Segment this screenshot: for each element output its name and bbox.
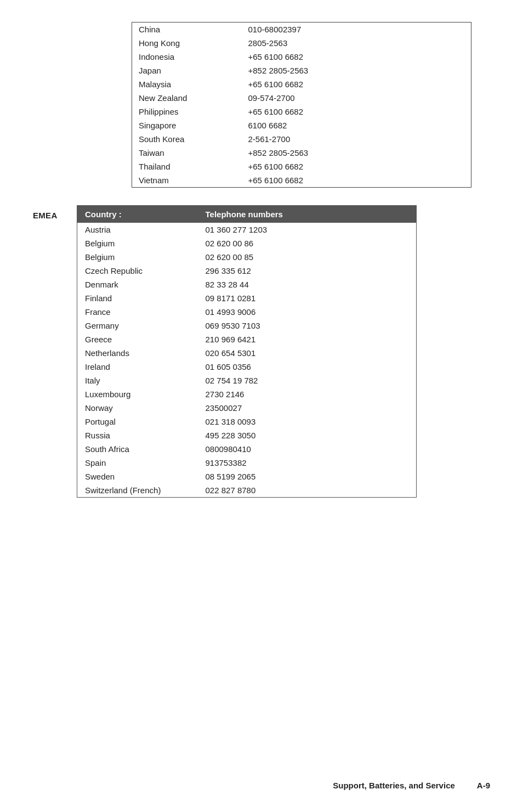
country-cell: Germany — [77, 319, 198, 332]
table-row: Hong Kong 2805-2563 — [132, 36, 471, 50]
table-row: New Zealand 09-574-2700 — [132, 91, 471, 105]
emea-table: Country : Telephone numbers Austria 01 3… — [77, 205, 417, 498]
emea-section: EMEA Country : Telephone numbers Austria… — [33, 205, 490, 498]
phone-cell: +852 2805-2563 — [242, 64, 471, 77]
country-cell: Finland — [77, 291, 198, 305]
footer-label: Support, Batteries, and Service — [333, 781, 455, 790]
phone-cell: +852 2805-2563 — [242, 146, 471, 160]
phone-cell: 23500027 — [198, 401, 417, 415]
phone-cell: +65 6100 6682 — [242, 160, 471, 173]
phone-cell: 021 318 0093 — [198, 415, 417, 428]
table-row: Denmark 82 33 28 44 — [77, 278, 417, 291]
country-cell: South Africa — [77, 442, 198, 456]
table-row: Thailand +65 6100 6682 — [132, 160, 471, 173]
phone-cell: 82 33 28 44 — [198, 278, 417, 291]
asia-table: China 010-68002397 Hong Kong 2805-2563 I… — [132, 22, 471, 188]
phone-cell: 0800980410 — [198, 442, 417, 456]
phone-cell: 08 5199 2065 — [198, 470, 417, 483]
phone-cell: 010-68002397 — [242, 22, 471, 37]
country-cell: Taiwan — [132, 146, 242, 160]
country-cell: Vietnam — [132, 173, 242, 188]
table-row: Czech Republic 296 335 612 — [77, 264, 417, 278]
table-row: Japan +852 2805-2563 — [132, 64, 471, 77]
phone-cell: 495 228 3050 — [198, 428, 417, 442]
table-row: Belgium 02 620 00 86 — [77, 236, 417, 250]
country-cell: Philippines — [132, 105, 242, 119]
phone-cell: +65 6100 6682 — [242, 173, 471, 188]
country-cell: Portugal — [77, 415, 198, 428]
header-country: Country : — [77, 206, 198, 223]
phone-cell: 069 9530 7103 — [198, 319, 417, 332]
table-row: Italy 02 754 19 782 — [77, 374, 417, 387]
phone-cell: 296 335 612 — [198, 264, 417, 278]
table-row: Belgium 02 620 00 85 — [77, 250, 417, 264]
page-container: China 010-68002397 Hong Kong 2805-2563 I… — [0, 0, 523, 531]
table-row: Vietnam +65 6100 6682 — [132, 173, 471, 188]
phone-cell: 2-561-2700 — [242, 132, 471, 146]
table-row: Indonesia +65 6100 6682 — [132, 50, 471, 64]
table-row: Portugal 021 318 0093 — [77, 415, 417, 428]
emea-label: EMEA — [33, 205, 77, 220]
table-row: Netherlands 020 654 5301 — [77, 346, 417, 360]
phone-cell: 02 754 19 782 — [198, 374, 417, 387]
phone-cell: +65 6100 6682 — [242, 77, 471, 91]
phone-cell: 020 654 5301 — [198, 346, 417, 360]
phone-cell: 09-574-2700 — [242, 91, 471, 105]
table-row: Finland 09 8171 0281 — [77, 291, 417, 305]
emea-table-wrapper: Country : Telephone numbers Austria 01 3… — [77, 205, 490, 498]
table-row: China 010-68002397 — [132, 22, 471, 37]
country-cell: New Zealand — [132, 91, 242, 105]
country-cell: France — [77, 305, 198, 319]
phone-cell: 022 827 8780 — [198, 483, 417, 498]
country-cell: Malaysia — [132, 77, 242, 91]
country-cell: Thailand — [132, 160, 242, 173]
phone-cell: 02 620 00 86 — [198, 236, 417, 250]
country-cell: South Korea — [132, 132, 242, 146]
emea-table-body: Austria 01 360 277 1203 Belgium 02 620 0… — [77, 223, 417, 498]
country-cell: Denmark — [77, 278, 198, 291]
table-row: Germany 069 9530 7103 — [77, 319, 417, 332]
phone-cell: 210 969 6421 — [198, 332, 417, 346]
country-cell: Spain — [77, 456, 198, 470]
phone-cell: 2805-2563 — [242, 36, 471, 50]
country-cell: Luxembourg — [77, 387, 198, 401]
table-row: South Africa 0800980410 — [77, 442, 417, 456]
phone-cell: 6100 6682 — [242, 119, 471, 132]
country-cell: Belgium — [77, 236, 198, 250]
country-cell: Hong Kong — [132, 36, 242, 50]
country-cell: Netherlands — [77, 346, 198, 360]
table-row: Luxembourg 2730 2146 — [77, 387, 417, 401]
country-cell: Japan — [132, 64, 242, 77]
phone-cell: 2730 2146 — [198, 387, 417, 401]
phone-cell: 02 620 00 85 — [198, 250, 417, 264]
country-cell: Ireland — [77, 360, 198, 374]
table-row: Spain 913753382 — [77, 456, 417, 470]
table-row: Ireland 01 605 0356 — [77, 360, 417, 374]
table-row: Switzerland (French) 022 827 8780 — [77, 483, 417, 498]
table-row: Russia 495 228 3050 — [77, 428, 417, 442]
asia-table-wrapper: China 010-68002397 Hong Kong 2805-2563 I… — [132, 22, 490, 188]
phone-cell: 01 360 277 1203 — [198, 223, 417, 236]
country-cell: Russia — [77, 428, 198, 442]
page-footer: Support, Batteries, and Service A-9 — [333, 781, 490, 790]
phone-cell: +65 6100 6682 — [242, 50, 471, 64]
country-cell: Norway — [77, 401, 198, 415]
table-row: Taiwan +852 2805-2563 — [132, 146, 471, 160]
phone-cell: 01 605 0356 — [198, 360, 417, 374]
country-cell: Sweden — [77, 470, 198, 483]
table-row: Singapore 6100 6682 — [132, 119, 471, 132]
country-cell: Greece — [77, 332, 198, 346]
emea-table-header: Country : Telephone numbers — [77, 206, 417, 223]
header-phone: Telephone numbers — [198, 206, 417, 223]
country-cell: Switzerland (French) — [77, 483, 198, 498]
country-cell: Austria — [77, 223, 198, 236]
table-row: France 01 4993 9006 — [77, 305, 417, 319]
table-row: South Korea 2-561-2700 — [132, 132, 471, 146]
phone-cell: 01 4993 9006 — [198, 305, 417, 319]
phone-cell: 913753382 — [198, 456, 417, 470]
table-row: Philippines +65 6100 6682 — [132, 105, 471, 119]
country-cell: Singapore — [132, 119, 242, 132]
phone-cell: +65 6100 6682 — [242, 105, 471, 119]
table-row: Sweden 08 5199 2065 — [77, 470, 417, 483]
phone-cell: 09 8171 0281 — [198, 291, 417, 305]
